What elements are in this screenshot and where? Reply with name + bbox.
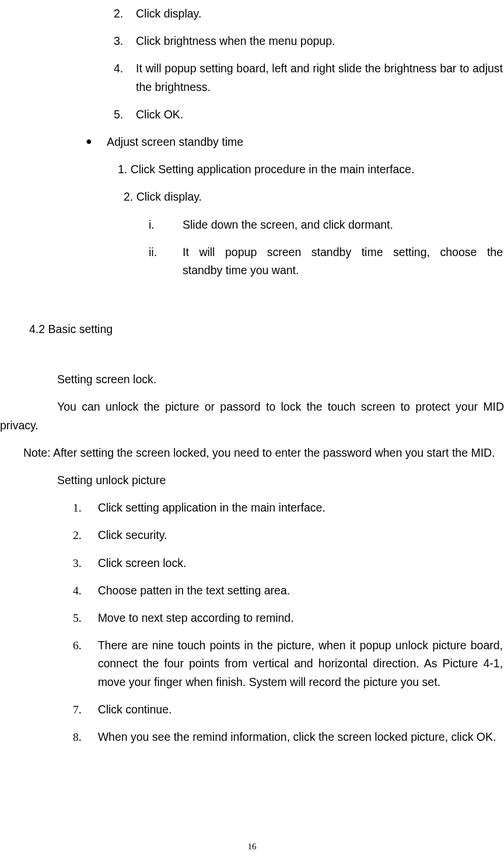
list-item: 3. Click screen lock. [73, 554, 504, 572]
bullet-text: Adjust screen standby time [107, 133, 504, 151]
item-text: Click screen lock. [98, 554, 504, 572]
roman-list: i. Slide down the screen, and click dorm… [0, 216, 504, 280]
list-item: 4. Choose patten in the text setting are… [73, 582, 504, 600]
list-item: 6. There are nine touch points in the pi… [73, 636, 504, 691]
item-number: 3. [73, 554, 98, 572]
item-text: Slide down the screen, and click dormant… [183, 216, 504, 234]
section-heading: 4.2 Basic setting [0, 320, 504, 338]
bullet-icon: ● [86, 133, 107, 151]
bullet-item: ● Adjust screen standby time [0, 133, 504, 151]
item-text: Click setting application in the main in… [98, 499, 504, 517]
item-text: Click continue. [98, 701, 504, 719]
item-text: It will popup screen standby time settin… [183, 243, 504, 279]
item-text: It will popup setting board, left and ri… [136, 60, 504, 96]
item-number: 5. [114, 106, 136, 124]
list-item: 7. Click continue. [73, 701, 504, 719]
list-item: 8. When you see the remind information, … [73, 728, 504, 746]
item-text: When you see the remind information, cli… [98, 728, 504, 746]
list-item: ii. It will popup screen standby time se… [149, 243, 504, 279]
item-text: Click brightness when the menu popup. [136, 32, 504, 50]
paragraph-title: Setting screen lock. [0, 370, 504, 388]
list-item: 2. Click display. [114, 5, 504, 23]
item-text: There are nine touch points in the pictu… [98, 636, 504, 691]
item-number: 3. [114, 32, 136, 50]
sub-item: 2. Click display. [0, 188, 504, 206]
item-text: Click security. [98, 526, 504, 544]
item-number: 2. [73, 526, 98, 544]
item-number: 5. [73, 609, 98, 627]
item-number: 4. [73, 582, 98, 600]
item-text: Move to next step according to remind. [98, 609, 504, 627]
list-item: 1. Click setting application in the main… [73, 499, 504, 517]
item-number: 8. [73, 728, 98, 746]
paragraph-body: You can unlock the picture or passord to… [0, 398, 504, 434]
list-item: 5. Click OK. [114, 106, 504, 124]
item-text: Choose patten in the text setting area. [98, 582, 504, 600]
document-page: 2. Click display. 3. Click brightness wh… [0, 5, 504, 746]
item-number: 7. [73, 701, 98, 719]
item-number: 1. [73, 499, 98, 517]
item-number: 6. [73, 636, 98, 691]
list-item: 4. It will popup setting board, left and… [114, 60, 504, 96]
list-item: 5. Move to next step according to remind… [73, 609, 504, 627]
list-item: 2. Click security. [73, 526, 504, 544]
sub-item: 1. Click Setting application procedure i… [0, 160, 504, 178]
numbered-list-top: 2. Click display. 3. Click brightness wh… [0, 5, 504, 124]
numbered-list-bottom: 1. Click setting application in the main… [0, 499, 504, 746]
roman-numeral: i. [149, 216, 183, 234]
sub-heading: Setting unlock picture [0, 471, 504, 489]
paragraph-note: Note: After setting the screen locked, y… [0, 444, 504, 462]
list-item: i. Slide down the screen, and click dorm… [149, 216, 504, 234]
item-number: 2. [114, 5, 136, 23]
item-text: Click display. [136, 5, 504, 23]
page-number: 16 [0, 839, 504, 853]
item-number: 4. [114, 60, 136, 96]
list-item: 3. Click brightness when the menu popup. [114, 32, 504, 50]
roman-numeral: ii. [149, 243, 183, 279]
item-text: Click OK. [136, 106, 504, 124]
